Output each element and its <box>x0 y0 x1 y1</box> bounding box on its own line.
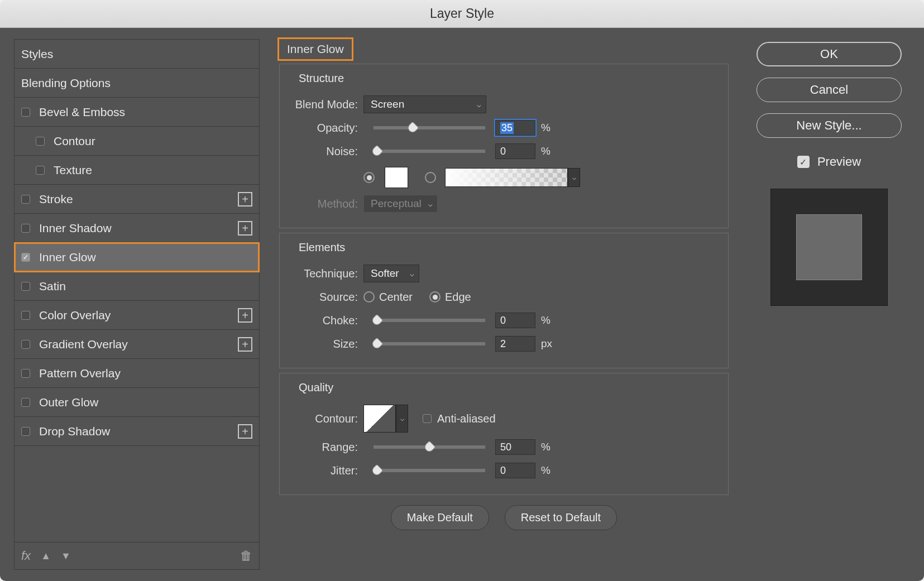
sidebar-item-stroke[interactable]: Stroke + <box>15 185 259 214</box>
sidebar-item-contour[interactable]: Contour <box>15 127 259 156</box>
cancel-button[interactable]: Cancel <box>757 78 902 102</box>
checkbox-icon[interactable] <box>21 282 30 291</box>
make-default-button[interactable]: Make Default <box>391 505 489 530</box>
sidebar-item-outer-glow[interactable]: Outer Glow <box>15 388 259 417</box>
unit-label: % <box>541 464 550 477</box>
color-swatch[interactable] <box>385 167 408 188</box>
elements-group: Elements Technique: Softer⌵ Source: Cent… <box>279 233 729 368</box>
sidebar-item-inner-shadow[interactable]: Inner Shadow + <box>15 214 259 243</box>
slider-thumb-icon[interactable] <box>371 338 384 350</box>
slider-thumb-icon[interactable] <box>371 464 384 477</box>
sidebar-item-label: Bevel & Emboss <box>39 105 125 119</box>
sidebar-styles-header[interactable]: Styles <box>15 40 259 69</box>
group-legend: Quality <box>291 381 717 394</box>
opacity-input[interactable]: 35 <box>495 120 535 136</box>
sidebar-item-label: Inner Glow <box>39 251 96 264</box>
unit-label: px <box>541 338 552 350</box>
sidebar-item-label: Pattern Overlay <box>39 367 121 380</box>
sidebar-blending-options[interactable]: Blending Options <box>15 69 259 98</box>
arrow-up-icon[interactable]: ▲ <box>41 550 51 562</box>
sidebar-item-label: Drop Shadow <box>39 425 110 438</box>
size-slider[interactable] <box>374 342 485 345</box>
jitter-input[interactable]: 0 <box>495 463 535 478</box>
sidebar-item-bevel-emboss[interactable]: Bevel & Emboss <box>15 98 259 127</box>
checkbox-icon[interactable]: ✓ <box>21 253 30 262</box>
sidebar-item-label: Color Overlay <box>39 309 111 322</box>
source-label: Source: <box>291 291 363 304</box>
new-style-button[interactable]: New Style... <box>757 113 902 138</box>
anti-aliased-label: Anti-aliased <box>437 412 496 425</box>
anti-aliased-checkbox[interactable] <box>423 414 432 423</box>
technique-select[interactable]: Softer⌵ <box>363 265 419 282</box>
reset-default-button[interactable]: Reset to Default <box>505 505 617 530</box>
gradient-radio[interactable] <box>425 172 436 183</box>
source-center-radio[interactable] <box>363 291 375 302</box>
checkbox-icon[interactable] <box>21 340 30 349</box>
preview-box <box>770 189 888 306</box>
checkbox-icon[interactable] <box>21 311 30 320</box>
chevron-down-icon: ⌵ <box>477 100 481 109</box>
color-radio[interactable] <box>363 172 375 183</box>
checkbox-icon[interactable]: ✓ <box>797 156 810 168</box>
jitter-slider[interactable] <box>374 469 485 472</box>
choke-label: Choke: <box>291 314 363 327</box>
opacity-slider[interactable] <box>374 126 485 129</box>
structure-group: Structure Blend Mode: Screen⌵ Opacity: 3… <box>279 64 729 228</box>
sidebar-item-pattern-overlay[interactable]: Pattern Overlay <box>15 359 259 388</box>
noise-slider[interactable] <box>374 150 485 153</box>
jitter-label: Jitter: <box>291 464 363 477</box>
range-slider[interactable] <box>374 445 485 449</box>
sidebar-item-label: Gradient Overlay <box>39 338 128 351</box>
chevron-down-icon[interactable]: ⌵ <box>568 168 580 187</box>
plus-icon[interactable]: + <box>238 192 252 207</box>
sidebar-item-drop-shadow[interactable]: Drop Shadow + <box>15 417 259 446</box>
source-edge-radio[interactable] <box>429 291 441 302</box>
choke-input[interactable]: 0 <box>495 313 535 328</box>
arrow-down-icon[interactable]: ▼ <box>61 550 71 562</box>
slider-thumb-icon[interactable] <box>423 441 436 454</box>
trash-icon[interactable]: 🗑 <box>240 549 252 563</box>
sidebar-item-texture[interactable]: Texture <box>15 156 259 185</box>
size-input[interactable]: 2 <box>495 336 535 352</box>
preview-toggle[interactable]: ✓ Preview <box>797 155 861 169</box>
checkbox-icon[interactable] <box>21 195 30 204</box>
sidebar-item-label: Texture <box>54 164 92 177</box>
unit-label: % <box>541 441 550 453</box>
ok-button[interactable]: OK <box>757 42 902 66</box>
range-input[interactable]: 50 <box>495 439 535 455</box>
contour-picker[interactable] <box>363 405 396 433</box>
checkbox-icon[interactable] <box>21 398 30 407</box>
unit-label: % <box>541 122 550 134</box>
checkbox-icon[interactable] <box>21 427 30 436</box>
panel-title: Inner Glow <box>279 39 352 59</box>
range-label: Range: <box>291 441 363 454</box>
plus-icon[interactable]: + <box>238 424 252 439</box>
chevron-down-icon[interactable]: ⌵ <box>396 405 408 433</box>
checkbox-icon[interactable] <box>36 166 45 175</box>
sidebar-item-inner-glow[interactable]: ✓ Inner Glow <box>15 243 259 272</box>
noise-label: Noise: <box>291 145 363 158</box>
plus-icon[interactable]: + <box>238 337 252 352</box>
gradient-picker[interactable] <box>445 168 568 187</box>
blend-mode-select[interactable]: Screen⌵ <box>363 95 486 113</box>
sidebar-item-color-overlay[interactable]: Color Overlay + <box>15 301 259 330</box>
slider-thumb-icon[interactable] <box>406 122 419 135</box>
plus-icon[interactable]: + <box>238 308 252 323</box>
choke-slider[interactable] <box>374 319 485 322</box>
fx-menu-icon[interactable]: fx <box>21 549 31 563</box>
blend-mode-label: Blend Mode: <box>291 98 363 111</box>
source-edge-label: Edge <box>445 291 471 304</box>
contour-label: Contour: <box>291 412 363 425</box>
checkbox-icon[interactable] <box>36 137 45 146</box>
slider-thumb-icon[interactable] <box>371 314 384 327</box>
checkbox-icon[interactable] <box>21 224 30 233</box>
checkbox-icon[interactable] <box>21 108 30 117</box>
window-title: Layer Style <box>0 0 924 28</box>
default-buttons: Make Default Reset to Default <box>279 505 729 530</box>
checkbox-icon[interactable] <box>21 369 30 378</box>
plus-icon[interactable]: + <box>238 221 252 236</box>
noise-input[interactable]: 0 <box>495 143 535 159</box>
slider-thumb-icon[interactable] <box>371 145 384 158</box>
sidebar-item-satin[interactable]: Satin <box>15 272 259 301</box>
sidebar-item-gradient-overlay[interactable]: Gradient Overlay + <box>15 330 259 359</box>
